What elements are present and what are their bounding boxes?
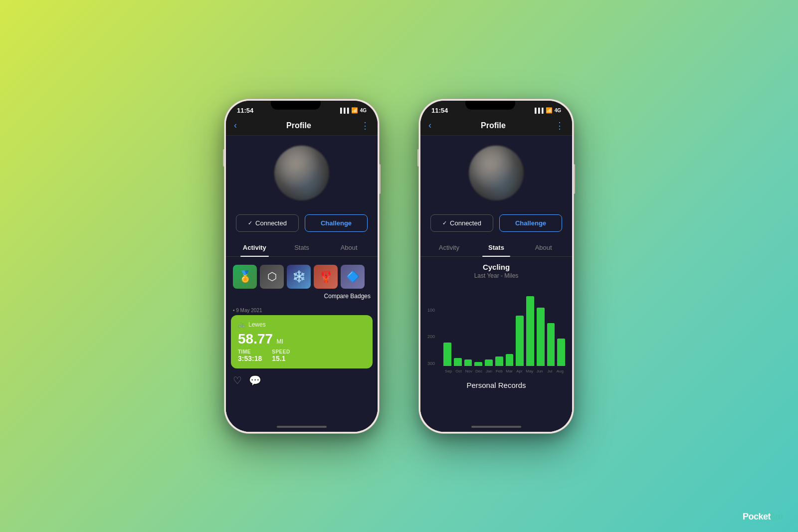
chart-bar-group-11 bbox=[557, 339, 565, 365]
avatar-right bbox=[469, 146, 524, 200]
chart-bars-area bbox=[443, 286, 565, 366]
badge-5[interactable]: 🔷 bbox=[341, 265, 365, 289]
watermark-white: Pocket bbox=[743, 512, 771, 522]
time-value: 3:53:18 bbox=[238, 355, 262, 362]
tab-about-left[interactable]: About bbox=[325, 238, 373, 256]
activity-stats: TIME 3:53:18 SPEED 15.1 bbox=[238, 349, 366, 362]
speed-label: SPEED bbox=[272, 349, 290, 355]
x-label-jan: Jan bbox=[484, 369, 494, 373]
chart-bar-11 bbox=[557, 339, 565, 365]
chart-bar-1 bbox=[454, 358, 462, 366]
back-button-left[interactable]: ‹ bbox=[234, 120, 237, 131]
chart-bar-3 bbox=[474, 362, 482, 366]
chart-bar-5 bbox=[495, 356, 503, 366]
chart-bar-group-6 bbox=[506, 354, 514, 365]
x-label-jul: Jul bbox=[545, 369, 555, 373]
home-indicator-right bbox=[420, 422, 572, 432]
badge-1[interactable]: 🏅 bbox=[233, 265, 257, 289]
x-label-mar: Mar bbox=[504, 369, 514, 373]
heart-icon[interactable]: ♡ bbox=[233, 374, 242, 386]
stat-speed: SPEED 15.1 bbox=[272, 349, 290, 362]
home-bar-left bbox=[277, 426, 327, 428]
action-buttons-right: ✓ Connected Challenge bbox=[420, 208, 572, 238]
action-buttons-left: ✓ Connected Challenge bbox=[226, 208, 378, 238]
tab-stats-right[interactable]: Stats bbox=[473, 238, 520, 256]
speed-value: 15.1 bbox=[272, 355, 290, 362]
back-button-right[interactable]: ‹ bbox=[428, 120, 431, 131]
status-bar-right: 11:54 ▐▐▐ 📶 4G bbox=[420, 101, 572, 116]
status-time-right: 11:54 bbox=[431, 107, 448, 114]
activity-unit: MI bbox=[277, 338, 283, 345]
x-label-feb: Feb bbox=[494, 369, 504, 373]
chart-bar-2 bbox=[464, 359, 472, 365]
nav-bar-right: ‹ Profile ⋮ bbox=[420, 116, 572, 136]
chart-bar-group-8 bbox=[526, 296, 534, 366]
chart-container: 300 200 100 SepOctNovDecJanFebMarAprMayJ… bbox=[427, 286, 565, 376]
challenge-button-right[interactable]: Challenge bbox=[499, 214, 562, 232]
more-button-left[interactable]: ⋮ bbox=[361, 120, 370, 131]
tab-about-right[interactable]: About bbox=[520, 238, 567, 256]
dynamic-island-right bbox=[465, 101, 515, 110]
more-button-right[interactable]: ⋮ bbox=[555, 120, 564, 131]
tabs-right: Activity Stats About bbox=[420, 238, 572, 257]
activity-date: • 9 May 2021 bbox=[226, 305, 378, 315]
activity-header: 🚲 Lewes bbox=[238, 321, 366, 328]
watermark: Pocketlint bbox=[743, 512, 783, 522]
avatar-section-left bbox=[226, 136, 378, 208]
chart-bar-8 bbox=[526, 296, 534, 366]
x-label-jun: Jun bbox=[535, 369, 545, 373]
activity-distance-row: 58.77 MI bbox=[238, 331, 366, 347]
x-label-oct: Oct bbox=[453, 369, 463, 373]
wifi-icon-left: 📶 bbox=[351, 107, 358, 114]
battery-label-left: 4G bbox=[360, 108, 367, 113]
phones-container: 11:54 ▐▐▐ 📶 4G ‹ Profile ⋮ bbox=[224, 99, 574, 433]
badge-3[interactable]: ❄️ bbox=[287, 265, 311, 289]
x-label-apr: Apr bbox=[514, 369, 524, 373]
nav-bar-left: ‹ Profile ⋮ bbox=[226, 116, 378, 136]
y-label-100: 100 bbox=[427, 308, 441, 313]
chart-bar-group-5 bbox=[495, 356, 503, 366]
connected-button-right[interactable]: ✓ Connected bbox=[430, 214, 493, 232]
activity-distance: 58.77 bbox=[238, 331, 273, 347]
chart-bar-group-4 bbox=[485, 359, 493, 365]
avatar-section-right bbox=[420, 136, 572, 208]
badge-2[interactable]: ⬡ bbox=[260, 265, 284, 289]
phone-left: 11:54 ▐▐▐ 📶 4G ‹ Profile ⋮ bbox=[224, 99, 379, 433]
status-time-left: 11:54 bbox=[237, 107, 253, 114]
y-label-300: 300 bbox=[427, 361, 441, 366]
chart-y-labels: 300 200 100 bbox=[427, 286, 441, 366]
battery-label-right: 4G bbox=[555, 108, 561, 113]
badges-row: 🏅 ⬡ ❄️ 🦞 🔷 bbox=[226, 257, 378, 293]
cycling-icon: 🚲 bbox=[238, 321, 245, 328]
tab-activity-right[interactable]: Activity bbox=[425, 238, 473, 256]
watermark-teal: lint bbox=[771, 512, 783, 522]
status-bar-left: 11:54 ▐▐▐ 📶 4G bbox=[226, 101, 378, 116]
compare-badges-label[interactable]: Compare Badges bbox=[226, 293, 378, 305]
content-area-right: Cycling Last Year - Miles 300 200 100 Se… bbox=[420, 257, 572, 422]
stat-time: TIME 3:53:18 bbox=[238, 349, 262, 362]
x-label-may: May bbox=[525, 369, 535, 373]
activity-footer: ♡ 💬 bbox=[226, 368, 378, 390]
chart-bar-group-7 bbox=[516, 316, 524, 366]
chart-x-labels: SepOctNovDecJanFebMarAprMayJunJulAug bbox=[443, 367, 565, 376]
personal-records-label: Personal Records bbox=[427, 376, 565, 391]
x-label-nov: Nov bbox=[464, 369, 474, 373]
checkmark-icon-left: ✓ bbox=[248, 220, 252, 226]
badge-4[interactable]: 🦞 bbox=[314, 265, 338, 289]
avatar-left bbox=[274, 146, 329, 200]
tab-activity-left[interactable]: Activity bbox=[231, 238, 278, 256]
checkmark-icon-right: ✓ bbox=[442, 220, 447, 226]
comment-icon[interactable]: 💬 bbox=[249, 374, 261, 386]
challenge-button-left[interactable]: Challenge bbox=[305, 214, 368, 232]
content-area-left: 🏅 ⬡ ❄️ 🦞 🔷 Compare Badges • 9 May 2021 🚲 bbox=[226, 257, 378, 422]
tab-stats-left[interactable]: Stats bbox=[278, 238, 326, 256]
x-label-sep: Sep bbox=[443, 369, 453, 373]
activity-card[interactable]: 🚲 Lewes 58.77 MI TIME 3:53:18 bbox=[231, 315, 373, 368]
connected-button-left[interactable]: ✓ Connected bbox=[236, 214, 299, 232]
chart-title: Cycling bbox=[427, 263, 565, 271]
home-indicator-left bbox=[226, 422, 378, 432]
chart-bar-0 bbox=[443, 343, 451, 366]
nav-title-right: Profile bbox=[481, 121, 506, 130]
status-icons-left: ▐▐▐ 📶 4G bbox=[338, 107, 367, 114]
chart-bar-group-2 bbox=[464, 359, 472, 365]
